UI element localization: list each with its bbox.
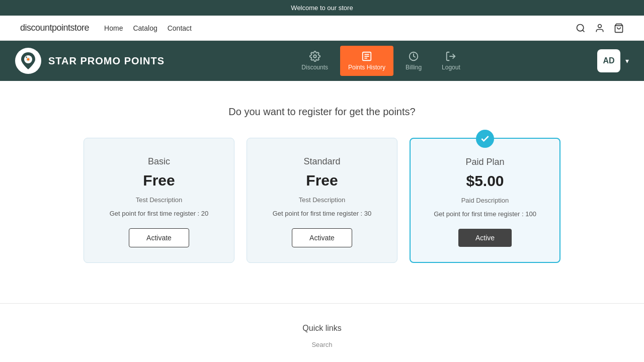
avatar-button[interactable]: AD xyxy=(597,49,620,72)
plan-basic-points: Get point for first time register : 20 xyxy=(96,210,222,217)
plan-paid-points: Get point for first time register : 100 xyxy=(423,210,547,218)
svg-point-0 xyxy=(577,24,584,31)
app-nav-right: AD ▾ xyxy=(597,49,629,72)
nav-item-discounts[interactable]: Discounts xyxy=(293,46,336,76)
app-nav: Discounts Points History Billing Logout xyxy=(293,46,468,76)
list-icon xyxy=(361,51,372,62)
plan-paid-desc: Paid Description xyxy=(423,197,547,204)
nav-home[interactable]: Home xyxy=(104,24,123,32)
plan-paid-active-button[interactable]: Active xyxy=(458,229,512,247)
nav-catalog[interactable]: Catalog xyxy=(133,24,157,32)
plan-paid-check-badge xyxy=(476,130,494,148)
plan-card-paid: Paid Plan $5.00 Paid Description Get poi… xyxy=(410,138,560,263)
nav-item-billing[interactable]: Billing xyxy=(397,46,430,76)
svg-text:✦: ✦ xyxy=(25,56,28,59)
checkmark-icon xyxy=(480,134,490,144)
svg-point-8 xyxy=(313,55,316,58)
plan-standard-name: Standard xyxy=(259,156,385,167)
nav-item-logout[interactable]: Logout xyxy=(434,46,468,76)
store-nav-right xyxy=(576,23,624,33)
billing-icon xyxy=(408,51,419,62)
plan-basic-name: Basic xyxy=(96,156,222,167)
nav-billing-label: Billing xyxy=(406,64,422,71)
svg-point-2 xyxy=(598,24,602,28)
plan-standard-points: Get point for first time register : 30 xyxy=(259,210,385,217)
plans-grid: Basic Free Test Description Get point fo… xyxy=(10,138,634,263)
main-question: Do you want to register for get the poin… xyxy=(10,106,634,118)
nav-item-points-history[interactable]: Points History xyxy=(340,46,393,76)
app-brand-name: STAR PROMO POINTS xyxy=(48,55,165,67)
brand-logo-svg: ✦ xyxy=(18,50,39,71)
plan-standard-activate-button[interactable]: Activate xyxy=(292,228,352,247)
nav-logout-label: Logout xyxy=(442,64,460,71)
search-icon[interactable] xyxy=(576,23,586,33)
app-logo: ✦ xyxy=(15,48,41,74)
app-brand: ✦ STAR PROMO POINTS xyxy=(15,48,165,74)
nav-discounts-label: Discounts xyxy=(301,64,328,71)
announcement-text: Welcome to our store xyxy=(291,4,353,12)
plan-paid-price: $5.00 xyxy=(423,172,547,190)
store-logo: discountpointstore xyxy=(20,23,89,33)
store-nav: discountpointstore Home Catalog Contact xyxy=(0,16,644,41)
announcement-bar: Welcome to our store xyxy=(0,0,644,16)
logout-icon xyxy=(445,51,456,62)
plan-basic-price: Free xyxy=(96,172,222,189)
chevron-down-icon[interactable]: ▾ xyxy=(625,57,629,65)
store-nav-left: discountpointstore Home Catalog Contact xyxy=(20,23,192,33)
cart-icon[interactable] xyxy=(614,23,624,33)
main-content: Do you want to register for get the poin… xyxy=(0,81,644,283)
svg-line-1 xyxy=(583,30,585,32)
store-nav-links: Home Catalog Contact xyxy=(104,24,192,32)
plan-card-basic: Basic Free Test Description Get point fo… xyxy=(84,138,234,263)
footer: Quick links Search xyxy=(0,303,644,362)
footer-search-link[interactable]: Search xyxy=(311,341,332,348)
plan-paid-name: Paid Plan xyxy=(423,157,547,167)
footer-quick-links-title: Quick links xyxy=(10,324,634,333)
nav-contact[interactable]: Contact xyxy=(168,24,192,32)
gear-icon xyxy=(309,51,320,62)
app-header: ✦ STAR PROMO POINTS Discounts Points His… xyxy=(0,41,644,81)
user-icon[interactable] xyxy=(595,23,605,33)
plan-card-standard: Standard Free Test Description Get point… xyxy=(247,138,397,263)
plan-basic-activate-button[interactable]: Activate xyxy=(129,228,189,247)
plan-standard-price: Free xyxy=(259,172,385,189)
plan-basic-desc: Test Description xyxy=(96,196,222,204)
nav-points-history-label: Points History xyxy=(348,64,385,71)
plan-standard-desc: Test Description xyxy=(259,196,385,204)
